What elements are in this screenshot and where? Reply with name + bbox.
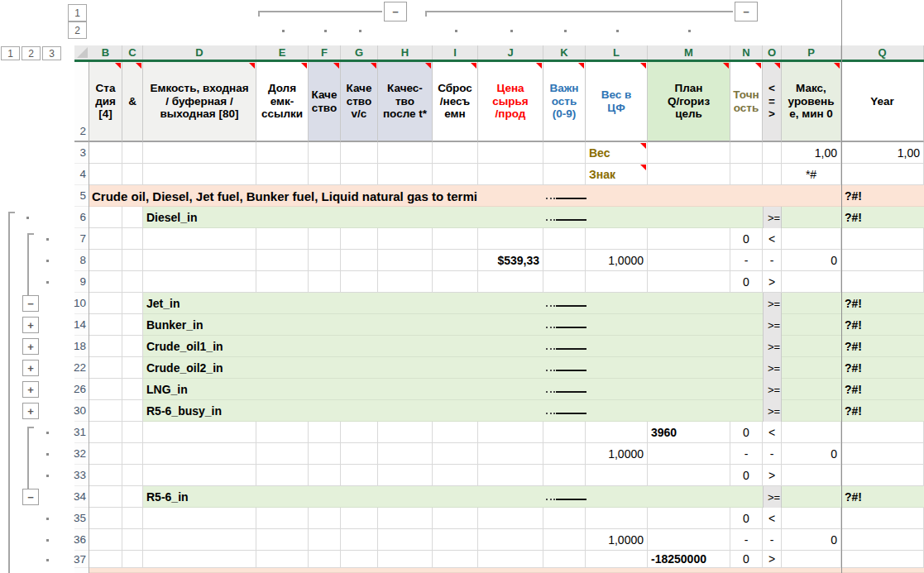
cell-N8[interactable]: -	[730, 250, 763, 271]
cell-G33[interactable]	[341, 465, 378, 486]
cell-N35[interactable]: 0	[730, 508, 763, 529]
cell-I31[interactable]	[433, 422, 478, 443]
cell-L31[interactable]	[586, 422, 648, 443]
cell-J7[interactable]	[478, 228, 543, 250]
cell-C8[interactable]	[122, 250, 143, 271]
header-cell-G[interactable]: Каче ство v/c	[341, 62, 378, 142]
cell-J37[interactable]	[478, 551, 543, 568]
cell-C35[interactable]	[122, 508, 143, 529]
cell-P9[interactable]	[782, 271, 841, 293]
row-group-expand-button-14[interactable]: +	[22, 317, 39, 333]
cell-P33[interactable]	[782, 465, 841, 486]
cell-N7[interactable]: 0	[730, 228, 763, 250]
header-cell-J[interactable]: Цена сырья /прод	[478, 62, 543, 142]
row-header-26[interactable]: 26	[74, 379, 89, 400]
cell-B37[interactable]	[89, 551, 122, 568]
cell-M8[interactable]	[648, 250, 730, 271]
cell-C37[interactable]	[122, 551, 143, 568]
cell-N4[interactable]	[730, 164, 763, 185]
cell-K36[interactable]	[543, 529, 586, 551]
cell-N32[interactable]: -	[730, 443, 763, 465]
row-fill-34[interactable]	[143, 486, 924, 508]
cell-I9[interactable]	[433, 271, 478, 293]
cell-C7[interactable]	[122, 228, 143, 250]
row-fill-18[interactable]	[143, 336, 924, 357]
cell-N37[interactable]: 0	[730, 551, 763, 568]
header-cell-D[interactable]: Емкость, входная / буферная / выходная […	[143, 62, 256, 142]
cell-D14[interactable]: Bunker_in	[143, 314, 256, 336]
row-header-3[interactable]: 3	[74, 142, 89, 164]
cell-K33[interactable]	[543, 465, 586, 486]
cell-B22[interactable]	[89, 357, 122, 379]
cell-O35[interactable]: <	[763, 508, 782, 529]
cell-D22[interactable]: Crude_oil2_in	[143, 357, 256, 379]
column-header-N[interactable]: N	[730, 45, 763, 60]
cell-D9[interactable]	[143, 271, 256, 293]
cell-F35[interactable]	[309, 508, 341, 529]
cell-M32[interactable]	[648, 443, 730, 465]
cell-K4[interactable]	[543, 164, 586, 185]
cell-M4[interactable]	[648, 164, 730, 185]
cell-I36[interactable]	[433, 529, 478, 551]
column-header-B[interactable]: B	[89, 45, 122, 60]
row-header-7[interactable]: 7	[74, 228, 89, 250]
cell-C36[interactable]	[122, 529, 143, 551]
row-group-collapse-button-10[interactable]: −	[22, 295, 39, 312]
row-outline-level-button-1[interactable]: 1	[1, 46, 20, 60]
cell-B36[interactable]	[89, 529, 122, 551]
cell-D26[interactable]: LNG_in	[143, 379, 256, 400]
cell-N9[interactable]: 0	[730, 271, 763, 293]
cell-C33[interactable]	[122, 465, 143, 486]
cell-F32[interactable]	[309, 443, 341, 465]
column-header-Q[interactable]: Q	[841, 45, 924, 60]
cell-L4[interactable]: Знак	[586, 164, 648, 185]
cell-F37[interactable]	[309, 551, 341, 568]
cell-F7[interactable]	[309, 228, 341, 250]
column-header-H[interactable]: H	[378, 45, 433, 60]
header-cell-M[interactable]: План Q/гориз цель	[648, 62, 730, 142]
cell-M3[interactable]	[648, 142, 730, 164]
row-group-expand-button-22[interactable]: +	[22, 360, 39, 376]
cell-P37[interactable]	[782, 551, 841, 568]
cell-B10[interactable]	[89, 293, 122, 314]
cell-J4[interactable]	[478, 164, 543, 185]
header-cell-N[interactable]: Точн ость	[730, 62, 763, 142]
cell-I8[interactable]	[433, 250, 478, 271]
cell-G3[interactable]	[341, 142, 378, 164]
cell-O4[interactable]	[763, 164, 782, 185]
cell-B3[interactable]	[89, 142, 122, 164]
cell-C3[interactable]	[122, 142, 143, 164]
cell-O37[interactable]: >	[763, 551, 782, 568]
cell-Q34[interactable]: ?#!	[841, 486, 924, 508]
cell-G31[interactable]	[341, 422, 378, 443]
cell-G35[interactable]	[341, 508, 378, 529]
cell-C18[interactable]	[122, 336, 143, 357]
cell-B7[interactable]	[89, 228, 122, 250]
header-cell-O[interactable]: < = >	[763, 62, 782, 142]
cell-G7[interactable]	[341, 228, 378, 250]
cell-Q9[interactable]	[841, 271, 924, 293]
cell-E35[interactable]	[256, 508, 309, 529]
cell-D31[interactable]	[143, 422, 256, 443]
cell-B9[interactable]	[89, 271, 122, 293]
row-header-37[interactable]: 37	[74, 551, 89, 568]
row-header-22[interactable]: 22	[74, 357, 89, 379]
cell-H31[interactable]	[378, 422, 433, 443]
cell-K31[interactable]	[543, 422, 586, 443]
header-cell-Q[interactable]: Year	[841, 62, 924, 142]
row-fill-10[interactable]	[143, 293, 924, 314]
cell-G4[interactable]	[341, 164, 378, 185]
cell-O30[interactable]: >=	[763, 400, 782, 422]
header-cell-I[interactable]: Сброс /несъ емн	[433, 62, 478, 142]
cell-G8[interactable]	[341, 250, 378, 271]
cell-E37[interactable]	[256, 551, 309, 568]
cell-F9[interactable]	[309, 271, 341, 293]
cell-L3[interactable]: Вес	[586, 142, 648, 164]
cell-O22[interactable]: >=	[763, 357, 782, 379]
row-header-34[interactable]: 34	[74, 486, 89, 508]
cell-M7[interactable]	[648, 228, 730, 250]
cell-O8[interactable]: -	[763, 250, 782, 271]
cell-B8[interactable]	[89, 250, 122, 271]
cell-P8[interactable]: 0	[782, 250, 841, 271]
cell-O31[interactable]: <	[763, 422, 782, 443]
